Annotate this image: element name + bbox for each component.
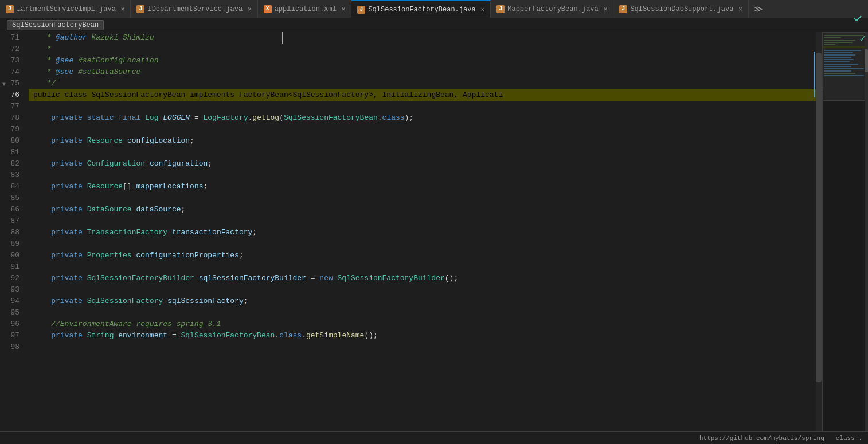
line-num-76: 76 xyxy=(0,89,24,101)
fold-button[interactable]: ▼ xyxy=(0,79,6,86)
java-icon: J xyxy=(6,5,14,13)
line-num-86: 86 xyxy=(0,204,24,215)
code-line-75: */ xyxy=(29,78,822,89)
code-line-85 xyxy=(29,192,822,204)
svg-rect-7 xyxy=(824,52,853,53)
svg-rect-13 xyxy=(824,66,851,67)
code-line-72: * xyxy=(29,44,822,55)
close-icon[interactable]: ✕ xyxy=(248,5,252,13)
code-line-90: private Properties configurationProperti… xyxy=(29,250,822,261)
code-line-76: public class SqlSessionFactoryBean imple… xyxy=(29,89,822,101)
code-line-95 xyxy=(29,307,822,319)
code-line-98 xyxy=(29,341,822,353)
line-num-90: 90 xyxy=(0,250,24,261)
code-line-78: private static final Log LOGGER = LogFac… xyxy=(29,112,822,124)
close-icon[interactable]: ✕ xyxy=(121,5,125,13)
svg-rect-6 xyxy=(824,50,861,51)
code-line-74: * @see #setDataSource xyxy=(29,66,822,78)
java-icon: J xyxy=(619,5,627,13)
code-area: 71 72 73 74 ▼ 75 76 77 78 79 80 81 82 83… xyxy=(0,32,868,444)
close-icon[interactable]: ✕ xyxy=(604,5,608,13)
minimap xyxy=(822,32,868,444)
top-checkmark: ✓ xyxy=(859,32,866,45)
code-lines: * @author Kazuki Shimizu * * @see #setCo… xyxy=(29,32,822,353)
tab-department[interactable]: J …artmentServiceImpl.java ✕ xyxy=(0,0,131,18)
xml-icon: X xyxy=(264,5,272,13)
code-line-96: //EnvironmentAware requires spring 3.1 xyxy=(29,319,822,330)
code-line-93 xyxy=(29,284,822,296)
scrollbar-thumb[interactable] xyxy=(816,53,822,382)
svg-rect-10 xyxy=(824,59,854,60)
line-num-94: 94 xyxy=(0,296,24,307)
status-class: class . xyxy=(836,435,862,442)
line-num-84: 84 xyxy=(0,181,24,192)
line-num-75: ▼ 75 xyxy=(0,78,24,89)
minimap-svg xyxy=(823,32,865,444)
close-icon[interactable]: ✕ xyxy=(342,5,346,13)
java-icon: J xyxy=(136,5,144,13)
line-num-92: 92 xyxy=(0,273,24,284)
line-num-96: 96 xyxy=(0,319,24,330)
tab-bar: J …artmentServiceImpl.java ✕ J IDepartme… xyxy=(0,0,868,18)
svg-rect-14 xyxy=(824,68,864,69)
line-num-85: 85 xyxy=(0,192,24,204)
svg-rect-12 xyxy=(824,64,858,65)
line-num-80: 80 xyxy=(0,135,24,147)
svg-rect-2 xyxy=(824,40,855,41)
code-line-80: private Resource configLocation; xyxy=(29,135,822,147)
line-num-88: 88 xyxy=(0,227,24,238)
line-num-71: 71 xyxy=(0,32,24,44)
code-line-84: private Resource[] mapperLocations; xyxy=(29,181,822,192)
svg-rect-11 xyxy=(824,61,850,62)
code-line-71: * @author Kazuki Shimizu xyxy=(29,32,822,44)
line-num-87: 87 xyxy=(0,215,24,227)
line-num-91: 91 xyxy=(0,261,24,273)
close-icon[interactable]: ✕ xyxy=(738,5,742,13)
tab-mapper[interactable]: J MapperFactoryBean.java ✕ xyxy=(491,0,613,18)
tab-label: application.xml xyxy=(275,5,337,13)
tab-sqlsession[interactable]: J SqlSessionFactoryBean.java ✕ xyxy=(351,0,491,18)
code-line-87 xyxy=(29,215,822,227)
close-icon[interactable]: ✕ xyxy=(481,6,485,13)
tab-overflow[interactable]: ≫ xyxy=(749,3,768,15)
code-line-88: private TransactionFactory transactionFa… xyxy=(29,227,822,238)
tab-application[interactable]: X application.xml ✕ xyxy=(258,0,352,18)
breadcrumb[interactable]: SqlSessionFactoryBean xyxy=(7,20,104,30)
svg-rect-15 xyxy=(824,70,851,72)
code-line-97: private String environment = SqlSessionF… xyxy=(29,330,822,341)
comment-span: * xyxy=(33,32,56,44)
line-num-93: 93 xyxy=(0,284,24,296)
tab-idepartment[interactable]: J IDepartmentService.java ✕ xyxy=(131,0,257,18)
scrollbar-track xyxy=(816,32,822,444)
line-num-72: 72 xyxy=(0,44,24,55)
breadcrumb-bar: SqlSessionFactoryBean xyxy=(0,18,868,32)
svg-rect-3 xyxy=(824,42,853,43)
line-num-98: 98 xyxy=(0,341,24,353)
code-line-82: private Configuration configuration; xyxy=(29,158,822,170)
line-numbers: 71 72 73 74 ▼ 75 76 77 78 79 80 81 82 83… xyxy=(0,32,29,444)
check-icon xyxy=(853,14,862,23)
tab-label: SqlSessionDaoSupport.java xyxy=(630,5,733,13)
line-num-95: 95 xyxy=(0,307,24,319)
line-num-82: 82 xyxy=(0,158,24,170)
line-num-83: 83 xyxy=(0,170,24,181)
line-num-74: 74 xyxy=(0,66,24,78)
code-line-91 xyxy=(29,261,822,273)
java-icon: J xyxy=(357,6,365,14)
svg-rect-5 xyxy=(823,46,865,48)
svg-rect-0 xyxy=(824,35,864,36)
line-num-89: 89 xyxy=(0,238,24,250)
tab-sqldao[interactable]: J SqlSessionDaoSupport.java ✕ xyxy=(613,0,749,18)
svg-rect-16 xyxy=(824,73,855,74)
line-num-97: 97 xyxy=(0,330,24,341)
line-num-77: 77 xyxy=(0,101,24,112)
line-num-81: 81 xyxy=(0,147,24,158)
svg-rect-4 xyxy=(824,44,835,45)
code-line-89 xyxy=(29,238,822,250)
doc-tag: @author xyxy=(56,32,87,44)
svg-rect-8 xyxy=(824,54,855,56)
svg-rect-17 xyxy=(824,75,864,76)
code-line-86: private DataSource dataSource; xyxy=(29,204,822,215)
code-line-94: private SqlSessionFactory sqlSessionFact… xyxy=(29,296,822,307)
java-icon: J xyxy=(496,5,505,13)
